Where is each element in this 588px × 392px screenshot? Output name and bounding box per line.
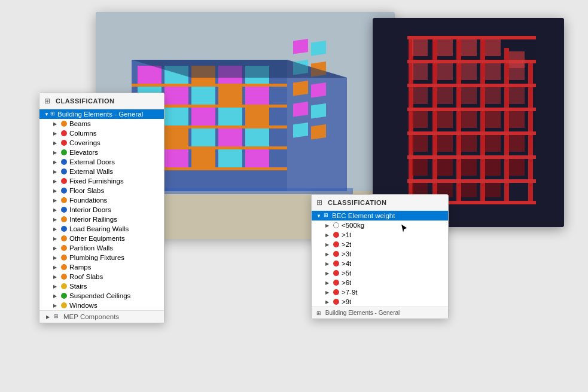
svg-rect-74: [485, 87, 501, 104]
svg-rect-10: [191, 87, 215, 105]
tree-item-stairs[interactable]: ▶ Stairs: [39, 281, 164, 291]
svg-rect-28: [132, 84, 287, 87]
label-partition-walls: Partition Walls: [69, 244, 113, 252]
label-3t: >3t: [342, 250, 351, 258]
tree-item-beams[interactable]: ▶ Beams: [39, 119, 164, 128]
tree-item-9t[interactable]: ▶ >9t: [312, 297, 448, 307]
tree-item-fixed-furnishings[interactable]: ▶ Fixed Furnishings: [39, 176, 164, 186]
arrow-bec-root: ▼: [315, 212, 322, 219]
dot-load-bearing: [61, 226, 67, 232]
dot-5t: [333, 270, 339, 276]
label-bec-root: BEC Element weight: [332, 212, 395, 219]
tree-item-ext-doors[interactable]: ▶ External Doors: [39, 157, 164, 167]
tree-item-ext-walls[interactable]: ▶ External Walls: [39, 167, 164, 176]
dot-ramps: [61, 264, 67, 270]
arrow-windows: ▶: [51, 302, 59, 309]
classification-icon-right: ⊞: [316, 198, 325, 207]
svg-rect-83: [461, 135, 477, 152]
svg-rect-62: [437, 39, 453, 56]
arrow-floor-slabs: ▶: [51, 187, 59, 194]
tree-item-6t[interactable]: ▶ >6t: [312, 278, 448, 287]
svg-rect-80: [509, 111, 525, 128]
dot-stairs: [61, 283, 67, 289]
svg-rect-73: [461, 87, 477, 104]
tree-item-2t[interactable]: ▶ >2t: [312, 240, 448, 249]
svg-rect-67: [437, 63, 453, 80]
dot-3t: [333, 251, 339, 257]
tree-item-500kg[interactable]: ▶ <500kg: [312, 220, 448, 230]
tree-item-columns[interactable]: ▶ Columns: [39, 128, 164, 138]
label-floor-slabs: Floor Slabs: [69, 187, 104, 194]
svg-rect-38: [293, 81, 308, 96]
tree-item-7-9t[interactable]: ▶ >7-9t: [312, 287, 448, 297]
dot-roof-slabs: [61, 274, 67, 280]
tree-item-floor-slabs[interactable]: ▶ Floor Slabs: [39, 186, 164, 195]
label-susp-ceilings: Suspended Ceilings: [69, 292, 130, 299]
svg-rect-53: [407, 36, 536, 39]
dot-susp-ceilings: [61, 293, 67, 299]
dot-beams: [61, 121, 67, 127]
tree-item-3t[interactable]: ▶ >3t: [312, 249, 448, 259]
dot-6t: [333, 280, 339, 286]
arrow-mep: ▶: [44, 313, 51, 320]
dot-fixed-furnishings: [61, 178, 67, 184]
root-item-label: Building Elements - General: [57, 111, 143, 118]
arrow-6t: ▶: [324, 279, 331, 286]
footer-icon-right: ⊞: [316, 310, 321, 316]
label-load-bearing: Load Bearing Walls: [69, 225, 129, 232]
svg-rect-68: [461, 63, 477, 80]
label-fixed-furnishings: Fixed Furnishings: [69, 177, 124, 185]
svg-rect-14: [164, 108, 188, 125]
label-stairs: Stairs: [69, 283, 87, 290]
dot-plumbing: [61, 255, 67, 261]
tree-item-other-equip[interactable]: ▶ Other Equipments: [39, 234, 164, 243]
tree-item-elevators[interactable]: ▶ Elevators: [39, 148, 164, 157]
tree-item-windows[interactable]: ▶ Windows: [39, 301, 164, 310]
tree-item-coverings[interactable]: ▶ Coverings: [39, 138, 164, 148]
tree-item-1t[interactable]: ▶ >1t: [312, 230, 448, 240]
tree-item-partition-walls[interactable]: ▶ Partition Walls: [39, 243, 164, 253]
dot-other-equip: [61, 235, 67, 241]
svg-rect-84: [485, 135, 501, 152]
tree-item-foundations[interactable]: ▶ Foundations: [39, 195, 164, 205]
classification-panel-right: ⊞ CLASSIFICATION ▼ ⊞ BEC Element weight …: [311, 194, 449, 319]
tree-item-int-railings[interactable]: ▶ Interior Railings: [39, 215, 164, 224]
arrow-roof-slabs: ▶: [51, 273, 59, 280]
arrow-7-9t: ▶: [324, 289, 331, 296]
arrow-plumbing: ▶: [51, 254, 59, 261]
mep-icon: ⊞: [54, 313, 61, 320]
tree-item-roof-slabs[interactable]: ▶ Roof Slabs: [39, 272, 164, 281]
classification-icon-left: ⊞: [44, 97, 53, 105]
arrow-elevators: ▶: [51, 149, 59, 156]
panel-header-left: ⊞ CLASSIFICATION: [39, 93, 164, 109]
dot-partition-walls: [61, 245, 67, 251]
tree-item-load-bearing[interactable]: ▶ Load Bearing Walls: [39, 224, 164, 234]
arrow-5t: ▶: [324, 270, 331, 277]
svg-rect-40: [293, 102, 308, 117]
svg-rect-86: [412, 159, 428, 176]
panel-footer-left[interactable]: ▶ ⊞ MEP Components: [39, 310, 164, 323]
tree-item-plumbing[interactable]: ▶ Plumbing Fixtures: [39, 253, 164, 262]
label-6t: >6t: [342, 279, 351, 286]
panel-title-left: CLASSIFICATION: [56, 97, 114, 105]
tree-item-ramps[interactable]: ▶ Ramps: [39, 262, 164, 272]
dot-int-railings: [61, 216, 67, 222]
svg-rect-17: [245, 108, 269, 125]
label-9t: >9t: [342, 298, 351, 305]
arrow-4t: ▶: [324, 260, 331, 267]
tree-item-4t[interactable]: ▶ >4t: [312, 259, 448, 268]
tree-item-susp-ceilings[interactable]: ▶ Suspended Ceilings: [39, 291, 164, 301]
svg-rect-27: [245, 149, 269, 167]
svg-rect-64: [485, 39, 501, 56]
label-columns: Columns: [69, 130, 96, 137]
dot-7-9t: [333, 289, 339, 295]
tree-item-5t[interactable]: ▶ >5t: [312, 268, 448, 278]
svg-rect-35: [311, 41, 326, 56]
arrow-int-doors: ▶: [51, 206, 59, 213]
tree-item-int-doors[interactable]: ▶ Interior Doors: [39, 205, 164, 215]
tree-root-right[interactable]: ▼ ⊞ BEC Element weight: [312, 211, 448, 220]
arrow-other-equip: ▶: [51, 235, 59, 242]
label-4t: >4t: [342, 260, 351, 267]
label-other-equip: Other Equipments: [69, 235, 125, 242]
tree-root-item[interactable]: ▼ ⊞ Building Elements - General: [39, 109, 164, 119]
